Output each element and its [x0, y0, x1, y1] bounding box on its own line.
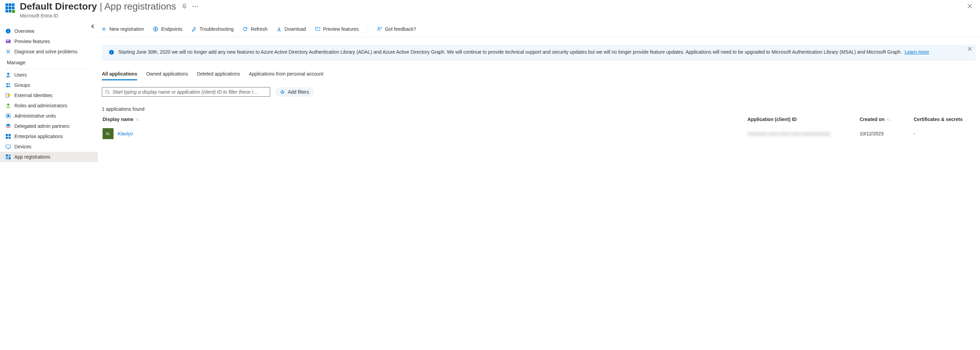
sidebar-item-groups[interactable]: Groups [0, 80, 98, 90]
sidebar-item-devices[interactable]: Devices [0, 142, 98, 152]
search-box[interactable] [102, 87, 270, 97]
entra-id-icon [5, 3, 15, 13]
cmd-label: New registration [110, 26, 144, 32]
svg-rect-29 [6, 154, 8, 156]
svg-rect-28 [6, 145, 11, 148]
troubleshooting-button[interactable]: Troubleshooting [191, 26, 234, 32]
svg-point-8 [12, 10, 15, 13]
column-created-on[interactable]: Created on ↑↓ [860, 116, 911, 122]
svg-rect-15 [6, 40, 9, 41]
devices-icon [5, 144, 11, 150]
column-app-id[interactable]: Application (client) ID [748, 116, 857, 122]
diagnose-icon [5, 49, 11, 54]
sidebar-item-label: Administrative units [14, 113, 56, 119]
cell-display-name: KL Klaviyo [103, 128, 745, 139]
svg-rect-6 [5, 10, 8, 13]
sidebar-item-overview[interactable]: i Overview [0, 26, 98, 36]
more-icon[interactable] [192, 6, 198, 7]
app-name-link[interactable]: Klaviyo [118, 131, 133, 136]
svg-point-10 [195, 6, 196, 7]
cmd-label: Got feedback? [385, 26, 416, 32]
sidebar-item-roles[interactable]: Roles and administrators [0, 100, 98, 111]
group-icon [5, 83, 11, 88]
svg-point-21 [7, 103, 9, 106]
filter-icon [280, 89, 285, 95]
preview-features-button[interactable]: Preview features [315, 26, 359, 32]
svg-rect-30 [8, 154, 11, 156]
svg-point-20 [8, 94, 10, 97]
column-display-name[interactable]: Display name ↑↓ [103, 116, 745, 122]
wrench-icon [191, 26, 197, 32]
add-filters-button[interactable]: Add filters [275, 87, 314, 97]
refresh-icon [242, 26, 248, 32]
add-filters-label: Add filters [288, 89, 309, 95]
cell-created-on: 10/12/2023 [860, 131, 911, 136]
collapse-sidebar-icon[interactable] [90, 24, 94, 29]
tab-owned-applications[interactable]: Owned applications [146, 70, 188, 80]
sidebar-item-admin-units[interactable]: Administrative units [0, 111, 98, 121]
cmd-label: Download [285, 26, 306, 32]
page-header: Default Directory | App registrations Mi… [0, 0, 980, 21]
pin-icon[interactable] [181, 4, 187, 9]
applications-table: Display name ↑↓ Application (client) ID … [102, 114, 976, 143]
svg-rect-5 [12, 6, 15, 9]
sidebar-section-manage: Manage [0, 57, 98, 68]
learn-more-link[interactable]: Learn more [904, 49, 929, 55]
cmd-label: Preview features [323, 26, 359, 32]
svg-rect-0 [5, 3, 8, 6]
tab-deleted-applications[interactable]: Deleted applications [197, 70, 240, 80]
cell-app-id: xxxxxxxx-xxxx-xxxx-xxxx-xxxxxxxxxxxx [748, 131, 857, 136]
sidebar-item-delegated-partners[interactable]: Delegated admin partners [0, 121, 98, 131]
info-icon: i [109, 49, 114, 57]
table-row[interactable]: KL Klaviyo xxxxxxxx-xxxx-xxxx-xxxx-xxxxx… [102, 125, 976, 143]
delegated-icon [5, 123, 11, 129]
svg-text:i: i [111, 50, 112, 54]
command-bar: New registration Endpoints Troubleshooti… [98, 21, 980, 37]
download-button[interactable]: Download [276, 26, 306, 32]
plus-icon [101, 26, 107, 32]
app-badge: KL [103, 128, 113, 139]
sidebar-item-enterprise-apps[interactable]: Enterprise applications [0, 131, 98, 142]
endpoints-button[interactable]: Endpoints [153, 26, 182, 32]
sidebar-item-external-identities[interactable]: External Identities [0, 90, 98, 100]
svg-point-35 [378, 27, 380, 29]
svg-point-9 [193, 6, 194, 7]
svg-rect-26 [6, 137, 8, 139]
feedback-icon [377, 26, 382, 32]
svg-rect-4 [8, 6, 11, 9]
new-registration-button[interactable]: New registration [101, 26, 144, 32]
svg-point-17 [6, 83, 8, 85]
search-input[interactable] [113, 89, 267, 95]
banner-text: Starting June 30th, 2020 we will no long… [118, 49, 902, 55]
sidebar-item-label: Overview [14, 29, 34, 34]
sidebar-item-diagnose[interactable]: Diagnose and solve problems [0, 46, 98, 57]
page-title-prefix: Default Directory [20, 1, 97, 12]
banner-content: Starting June 30th, 2020 we will no long… [118, 49, 929, 56]
command-separator [368, 25, 368, 33]
got-feedback-button[interactable]: Got feedback? [377, 26, 416, 32]
sidebar: i Overview Preview features Diagnose and… [0, 21, 98, 350]
sidebar-item-label: Devices [14, 144, 32, 150]
page-subtitle: Microsoft Entra ID [20, 13, 967, 19]
sidebar-item-users[interactable]: Users [0, 70, 98, 80]
tab-personal-applications[interactable]: Applications from personal account [249, 70, 323, 80]
main-content: New registration Endpoints Troubleshooti… [98, 21, 980, 350]
svg-rect-25 [8, 134, 11, 136]
tab-all-applications[interactable]: All applications [102, 70, 137, 80]
info-banner: i Starting June 30th, 2020 we will no lo… [102, 45, 976, 61]
svg-rect-2 [12, 3, 15, 6]
enterprise-apps-icon [5, 134, 11, 139]
cmd-label: Endpoints [161, 26, 182, 32]
close-blade-icon[interactable] [967, 1, 972, 9]
column-label: Application (client) ID [748, 116, 797, 122]
close-banner-icon[interactable] [968, 47, 972, 52]
refresh-button[interactable]: Refresh [242, 26, 267, 32]
column-certificates[interactable]: Certificates & secrets [914, 116, 975, 122]
sidebar-item-app-registrations[interactable]: App registrations [0, 152, 98, 162]
sidebar-item-label: Preview features [14, 39, 50, 44]
preview-features-icon [315, 26, 320, 32]
filter-row: Add filters [102, 87, 976, 97]
sidebar-item-preview-features[interactable]: Preview features [0, 36, 98, 46]
column-label: Certificates & secrets [914, 116, 963, 122]
external-identities-icon [5, 92, 11, 98]
